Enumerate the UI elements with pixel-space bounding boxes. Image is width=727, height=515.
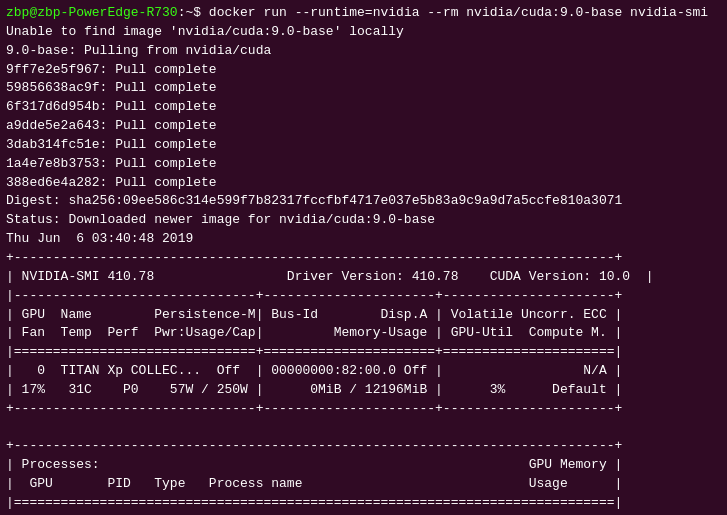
proc-header-row1: | Processes: GPU Memory | (6, 456, 721, 475)
table-header-sep1: |-------------------------------+-------… (6, 287, 721, 306)
command-text: docker run --runtime=nvidia --rm nvidia/… (201, 5, 708, 20)
table-header-sep2: |===============================+=======… (6, 343, 721, 362)
proc-header-row2: | GPU PID Type Process name Usage | (6, 475, 721, 494)
output-line-8: 1a4e7e8b3753: Pull complete (6, 155, 721, 174)
table-smi-row: | NVIDIA-SMI 410.78 Driver Version: 410.… (6, 268, 721, 287)
table-header-row2: | Fan Temp Perf Pwr:Usage/Cap| Memory-Us… (6, 324, 721, 343)
output-line-1: Unable to find image 'nvidia/cuda:9.0-ba… (6, 23, 721, 42)
output-line-3: 9ff7e2e5f967: Pull complete (6, 61, 721, 80)
output-line-9: 388ed6e4a282: Pull complete (6, 174, 721, 193)
terminal-window: zbp@zbp-PowerEdge-R730:~$ docker run --r… (0, 0, 727, 515)
prompt: zbp@zbp-PowerEdge-R730 (6, 5, 178, 20)
command-line: zbp@zbp-PowerEdge-R730:~$ docker run --r… (6, 4, 721, 23)
table-top-border: +---------------------------------------… (6, 249, 721, 268)
output-line-2: 9.0-base: Pulling from nvidia/cuda (6, 42, 721, 61)
output-line-6: a9dde5e2a643: Pull complete (6, 117, 721, 136)
output-line-status: Status: Downloaded newer image for nvidi… (6, 211, 721, 230)
proc-header-sep: |=======================================… (6, 494, 721, 513)
table-spacer (6, 419, 721, 438)
output-line-4: 59856638ac9f: Pull complete (6, 79, 721, 98)
table-gpu-sep: +-------------------------------+-------… (6, 400, 721, 419)
output-line-digest: Digest: sha256:09ee586c314e599f7b82317fc… (6, 192, 721, 211)
output-line-7: 3dab314fc51e: Pull complete (6, 136, 721, 155)
output-line-date: Thu Jun 6 03:40:48 2019 (6, 230, 721, 249)
table-gpu-row2: | 17% 31C P0 57W / 250W | 0MiB / 12196Mi… (6, 381, 721, 400)
proc-top-border: +---------------------------------------… (6, 437, 721, 456)
table-gpu-row1: | 0 TITAN Xp COLLEC... Off | 00000000:82… (6, 362, 721, 381)
table-header-row1: | GPU Name Persistence-M| Bus-Id Disp.A … (6, 306, 721, 325)
output-line-5: 6f317d6d954b: Pull complete (6, 98, 721, 117)
prompt-separator: :~$ (178, 5, 201, 20)
